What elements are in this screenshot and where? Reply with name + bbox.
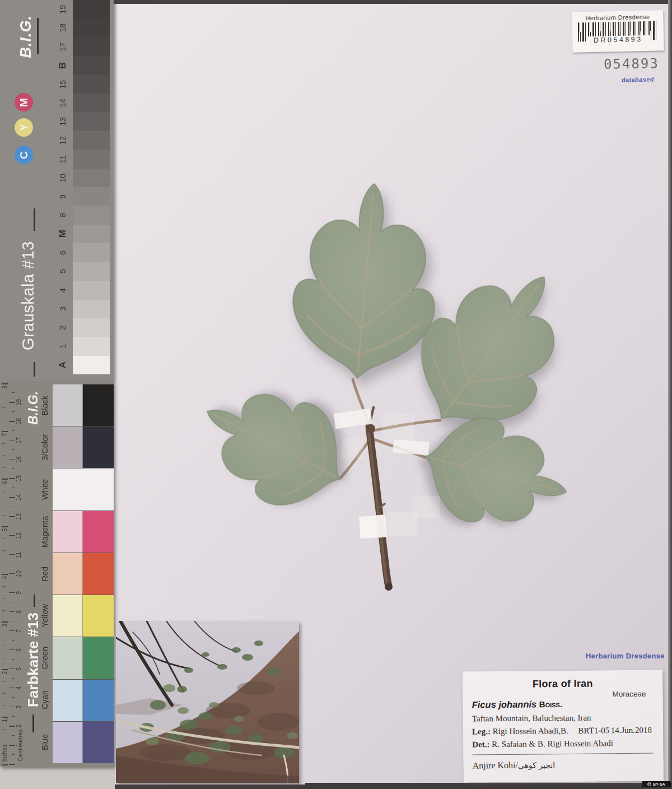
color-patch-full: [83, 426, 114, 468]
color-name-cell: White: [37, 468, 53, 510]
species-author: Boiss.: [539, 699, 562, 709]
inch-number: 3: [2, 624, 8, 627]
grayscale-label: 4: [58, 288, 67, 293]
grayscale-label: 14: [58, 99, 67, 108]
grayscale-step: [73, 206, 110, 224]
color-row: [53, 595, 114, 637]
centimetres-label-wrap: Centimetres: [16, 726, 25, 765]
cm-number-cell: 3: [14, 698, 22, 717]
color-patch-full: [83, 553, 114, 595]
scanner-right-edge: [668, 0, 672, 789]
grayscale-label: 18: [58, 24, 67, 33]
cm-number-cell: 4: [14, 679, 22, 698]
color-name: 3/Color: [40, 434, 49, 461]
grayscale-title: Grauskala #13: [19, 241, 38, 350]
inch-number-cell: 2: [1, 649, 8, 697]
grayscale-label: 8: [58, 213, 67, 217]
color-rows: [53, 384, 114, 763]
inch-number-cell: 1: [1, 697, 8, 744]
scanner-top-edge: [110, 0, 672, 4]
grayscale-step: [73, 169, 110, 187]
grayscale-step: [73, 281, 110, 299]
cm-number-cell: 15: [14, 469, 22, 488]
vernacular-name-farsi: انجیر کوهی: [518, 760, 555, 770]
grayscale-label-cell: 19: [54, 0, 72, 18]
grayscale-label-cell: 6: [54, 243, 72, 262]
grayscale-title-wrap: Grauskala #13: [16, 233, 40, 359]
cmy-circle-C: C: [15, 146, 33, 164]
cm-number: 4: [15, 686, 22, 690]
tape-strip: [393, 439, 430, 455]
herbarium-sheet-scan: B.I.G. MYC Grauskala #13 191817B15141312…: [0, 0, 672, 789]
cm-number-cell: 17: [14, 431, 22, 450]
color-patch-full: [83, 384, 114, 426]
grayscale-label-cell: 12: [54, 131, 72, 150]
grayscale-label: 5: [58, 269, 67, 273]
label-rule: [472, 753, 653, 755]
grayscale-step: [73, 243, 110, 262]
color-name: White: [40, 479, 49, 500]
color-name: Black: [40, 396, 49, 415]
collector-line: Leg.: Rigi Hossein Abadi,B. BRT1-05 14.J…: [472, 726, 654, 737]
det-value: R. Safaian & B. Rigi Hossein Abadi: [492, 739, 613, 749]
grayscale-strip: [73, 0, 110, 374]
mounting-tape: [333, 409, 440, 539]
grayscale-label-cell: 9: [54, 187, 72, 206]
grayscale-step: [73, 262, 110, 281]
accession-number: 054893: [604, 55, 659, 72]
cmy-letter: Y: [18, 124, 30, 131]
grayscale-step: [73, 94, 110, 112]
cm-number-cell: 9: [14, 583, 22, 602]
grayscale-label-cell: 13: [54, 112, 72, 131]
grayscale-label-cell: 11: [54, 150, 72, 168]
grayscale-label: 1: [58, 344, 67, 349]
color-patch-full: [83, 637, 114, 679]
color-row: [53, 722, 114, 763]
cm-number: 14: [15, 494, 22, 501]
grayscale-label-cell: 4: [54, 281, 72, 299]
title-dash: [34, 595, 35, 607]
cmy-circle-Y: Y: [15, 118, 33, 137]
grayscale-label: 11: [58, 155, 67, 164]
grayscale-label: 13: [58, 117, 67, 126]
color-row: [53, 680, 114, 722]
color-name-cell: Yellow: [37, 595, 53, 637]
color-row: [53, 384, 114, 426]
grayscale-label: 3: [58, 307, 67, 311]
color-patch-pale: [53, 722, 83, 763]
inch-number-cell: 7: [1, 411, 8, 458]
cm-number-cell: 10: [14, 564, 22, 583]
color-patch-full: [83, 722, 114, 763]
cm-number: 19: [15, 399, 22, 406]
cm-number-cell: 8: [14, 602, 22, 621]
title-dash: [34, 362, 35, 377]
grayscale-step: [73, 112, 110, 131]
color-name: Cyan: [40, 690, 49, 709]
color-name-cell: Cyan: [37, 679, 53, 721]
cm-number: 13: [15, 513, 22, 520]
cm-number: 12: [15, 532, 22, 539]
grayscale-label: 17: [58, 43, 67, 52]
collector-number: BRT1-05: [578, 726, 609, 735]
species-line: Ficus johannis Boiss.: [472, 698, 654, 711]
cm-number: 6: [15, 648, 22, 652]
grayscale-step: [73, 318, 110, 337]
cm-number: 8: [15, 610, 22, 614]
color-patch-pale: [53, 637, 83, 679]
cc-license-badge: cc BY-SA: [642, 781, 671, 787]
locality: Taftan Mountain, Baluchestan, Iran: [472, 713, 654, 724]
inch-number-cell: 6: [1, 458, 8, 506]
flora-title: Flora of Iran: [472, 677, 654, 691]
grayscale-step: [73, 150, 110, 168]
grayscale-brand-wrap: B.I.G.: [15, 15, 37, 58]
inch-number-cell: 8: [1, 363, 8, 411]
sheet-corner: [0, 763, 115, 789]
habitat-photo-scene: [116, 621, 299, 783]
cmy-circle-M: M: [15, 93, 33, 112]
cm-number: 17: [15, 437, 22, 444]
grayscale-label-cell: 10: [54, 169, 72, 187]
grayscale-label-cell: 1: [54, 337, 72, 355]
cm-numbers: 19181716151413121110987654321: [14, 393, 22, 755]
cm-number: 11: [15, 552, 22, 558]
tape-strip: [412, 496, 440, 518]
